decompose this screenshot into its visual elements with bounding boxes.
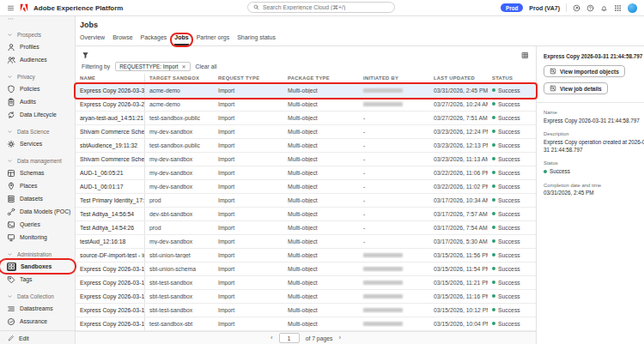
column-header-last-updated[interactable]: LAST UPDATED [429,75,488,81]
tab-jobs[interactable]: Jobs [174,34,188,45]
column-header-request-type[interactable]: REQUEST TYPE [214,75,283,81]
table-row-selected[interactable]: Express Copy 2026-03-31 21...acme-demoIm… [76,84,536,98]
column-header-status[interactable]: STATUS [488,75,536,81]
sidebar-section-label: Prospects [17,32,41,38]
tab-sharing-status[interactable]: Sharing status [237,34,276,45]
sidebar-section-label: Administration [17,251,52,257]
table-row[interactable]: Express Copy 2026-03-16 0...sbt-test-san… [76,304,536,317]
help-icon[interactable] [586,4,594,12]
tab-browse[interactable]: Browse [112,34,132,45]
sidebar-section-data-collection[interactable]: Data Collection [0,291,75,302]
feedback-icon[interactable] [573,4,580,12]
sidebar-item-schemas[interactable]: Schemas [0,166,75,179]
tab-partner-orgs[interactable]: Partner orgs [197,34,230,45]
table-row[interactable]: Test Primary Identity_17:33:32prodImport… [76,194,536,208]
detail-panel-title: Express Copy 2026-03-31 21:44:58.797 [544,53,642,59]
table-row[interactable]: Test Aditya_14:54:26prodImportMulti-obje… [76,221,536,235]
hamburger-menu-icon[interactable] [7,4,15,12]
cell-package-type: Multi-object [283,266,359,272]
table-row[interactable]: Express Copy 2026-03-27 17...acme-demoIm… [76,98,536,112]
sidebar-item-queries[interactable]: Queries [0,218,75,231]
status-dot [492,157,495,160]
table-row[interactable]: sbtAudience_19:11:32test-sandbox-publicI… [76,139,536,153]
table-row[interactable]: AUD-1_06:05:21my-dev-sandboxImportMulti-… [76,166,536,180]
sidebar-item-tags[interactable]: Tags [0,273,75,286]
sidebar-item-data-models-poc[interactable]: Data Models (POC) [0,205,75,218]
tab-overview[interactable]: Overview [80,34,105,45]
column-header-target-sandbox[interactable]: TARGET SANDBOX [145,75,214,81]
sandboxes-icon [7,263,16,271]
status-text: Success [498,156,520,162]
cell-last-updated: 03/15/2026, 11:21 PM [429,280,488,286]
table-row[interactable]: Express Copy 2026-03-16 0...sbt-test-san… [76,290,536,304]
table-row[interactable]: testAud_12:16:18my-dev-sandboxImportMult… [76,235,536,249]
sidebar-item-policies[interactable]: Policies [0,82,75,95]
table-row[interactable]: Express Copy 2026-03-16 0...sbt-union-sc… [76,263,536,276]
environment-badge[interactable]: Prod [501,3,523,12]
status-dot [544,170,547,173]
table-row[interactable]: AUD-1_06:01:17my-dev-sandboxImportMulti-… [76,180,536,194]
cell-package-type: Multi-object [283,307,359,313]
sidebar-section-data-science[interactable]: Data Science [0,126,75,137]
column-header-initiated-by[interactable]: INITIATED BY [359,75,429,81]
user-avatar[interactable] [628,3,637,13]
field-label: Status [544,160,644,166]
sidebar-item-sandboxes[interactable]: Sandboxes [0,260,75,273]
table-row[interactable]: Express Copy 2026-03-16 0...test-sandbox… [76,317,536,331]
page-number-input[interactable] [279,333,300,343]
table-row[interactable]: Express Copy 2026-03-16 0...sbt-test-san… [76,276,536,290]
sidebar-item-services[interactable]: Services [0,137,75,150]
cell-status: Success [488,252,536,258]
table-row[interactable]: Test Aditya_14:56:54dev-sbt-sandboxImpor… [76,208,536,221]
sidebar-section-administration[interactable]: Administration [0,249,75,260]
sidebar-item-profiles[interactable]: Profiles [0,40,75,53]
sidebar-edit-button[interactable]: Edit [0,330,75,344]
table-row[interactable]: aryan-test-aud_14:51:21test-sandbox-publ… [76,112,536,125]
cell-request-type: Import [214,129,283,135]
sidebar-section-data-management[interactable]: Data management [0,155,75,166]
column-header-name[interactable]: NAME [76,74,145,83]
clear-all-filters[interactable]: Clear all [196,63,217,69]
table-row[interactable]: Shivam Commerce Schema...my-dev-sandboxI… [76,125,536,139]
sidebar-item-places[interactable]: Places [0,179,75,192]
status-dot [492,143,495,147]
pencil-icon [8,335,15,341]
filter-icon[interactable] [82,51,89,59]
table-row[interactable]: source-DF-import-test - im...sbt-union-t… [76,249,536,263]
shield-icon [7,85,15,94]
sidebar-item-audits[interactable]: Audits [0,95,75,108]
sidebar-item-audiences[interactable]: Audiences [0,53,75,66]
people-icon [7,56,15,64]
next-page-icon[interactable]: › [338,335,341,341]
view-job-details-button[interactable]: View job details [544,82,608,94]
notifications-icon[interactable] [600,4,608,12]
sidebar-item-datasets[interactable]: Datasets [0,192,75,205]
sidebar-section-privacy[interactable]: Privacy [0,71,75,82]
sidebar-item-data-lifecycle[interactable]: Data Lifecycle [0,108,75,121]
filter-chip[interactable]: REQUESTTYPE: Import ✕ [115,62,190,71]
remove-filter-icon[interactable]: ✕ [181,63,185,69]
sidebar-item-assurance[interactable]: Assurance [0,315,75,328]
sidebar-section-prospects[interactable]: Prospects [0,29,75,40]
status-text: Success [498,129,520,135]
column-header-package-type[interactable]: PACKAGE TYPE [283,75,359,81]
status-dot [492,198,495,202]
cell-name: Shivam Commerce Schema... [76,153,145,166]
global-search[interactable] [247,2,395,13]
environment-label[interactable]: Prod (VA7) [529,5,560,11]
sidebar-item-monitoring[interactable]: Monitoring [0,231,75,244]
table-row[interactable]: Shivam Commerce Schema...my-dev-sandboxI… [76,153,536,166]
column-settings-icon[interactable] [521,51,529,59]
cell-name: Express Copy 2026-03-31 21... [76,84,145,97]
cell-initiated-by: - [359,238,429,244]
app-switcher-icon[interactable] [614,4,622,12]
view-imported-objects-button[interactable]: View imported objects [544,65,625,77]
status-dot [492,308,495,311]
sidebar-item-label: Profiles [20,44,39,50]
search-input[interactable] [263,4,389,10]
cell-request-type: Import [214,170,283,176]
tab-packages[interactable]: Packages [141,34,167,45]
cell-last-updated: 03/23/2026, 11:13 AM [429,156,488,162]
previous-page-icon[interactable]: ‹ [270,335,273,341]
sidebar-item-datastreams[interactable]: Datastreams [0,302,75,315]
